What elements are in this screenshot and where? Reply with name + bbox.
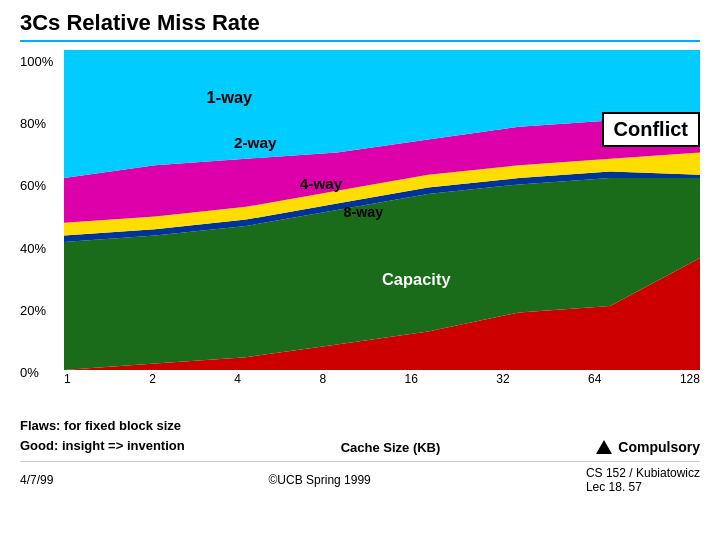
good-text: Good: insight => invention <box>20 436 185 456</box>
y-label-0: 0% <box>20 365 58 380</box>
eight-way-label: 8-way <box>344 205 384 221</box>
bottom-left: Flaws: for fixed block size Good: insigh… <box>20 416 185 455</box>
x-label-4: 4 <box>234 372 241 386</box>
two-way-label: 2-way <box>234 134 277 151</box>
capacity-label: Capacity <box>382 270 451 288</box>
chart-area: 0% 20% 40% 60% 80% 100% <box>20 50 700 410</box>
y-label-20: 20% <box>20 303 58 318</box>
y-label-100: 100% <box>20 54 58 69</box>
x-label-128: 128 <box>680 372 700 386</box>
x-label-2: 2 <box>149 372 156 386</box>
four-way-label: 4-way <box>300 175 343 192</box>
slide: 3Cs Relative Miss Rate 0% 20% 40% 60% 80… <box>0 0 720 540</box>
x-label-64: 64 <box>588 372 601 386</box>
cache-size-label: Cache Size (KB) <box>341 440 441 455</box>
chart-wrapper: 1-way 2-way 4-way 8-way Capacity 1 2 4 8… <box>64 50 700 410</box>
x-axis: 1 2 4 8 16 32 64 128 <box>64 370 700 386</box>
bottom-row: Flaws: for fixed block size Good: insigh… <box>20 416 700 455</box>
y-axis: 0% 20% 40% 60% 80% 100% <box>20 50 64 410</box>
y-label-80: 80% <box>20 116 58 131</box>
x-label-8: 8 <box>319 372 326 386</box>
x-label-1: 1 <box>64 372 71 386</box>
conflict-label: Conflict <box>602 112 700 147</box>
flaws-text: Flaws: for fixed block size <box>20 416 185 436</box>
y-label-60: 60% <box>20 178 58 193</box>
chart-svg: 1-way 2-way 4-way 8-way Capacity <box>64 50 700 370</box>
compulsory-label: Compulsory <box>596 439 700 455</box>
y-label-40: 40% <box>20 241 58 256</box>
compulsory-arrow-icon <box>596 440 612 454</box>
footer: 4/7/99 ©UCB Spring 1999 CS 152 / Kubiato… <box>20 461 700 494</box>
page-title: 3Cs Relative Miss Rate <box>20 10 700 42</box>
footer-date: 4/7/99 <box>20 473 53 487</box>
one-way-label: 1-way <box>207 89 253 107</box>
footer-copyright: ©UCB Spring 1999 <box>269 473 371 487</box>
compulsory-text: Compulsory <box>618 439 700 455</box>
x-label-16: 16 <box>405 372 418 386</box>
x-label-32: 32 <box>496 372 509 386</box>
footer-course: CS 152 / Kubiatowicz Lec 18. 57 <box>586 466 700 494</box>
